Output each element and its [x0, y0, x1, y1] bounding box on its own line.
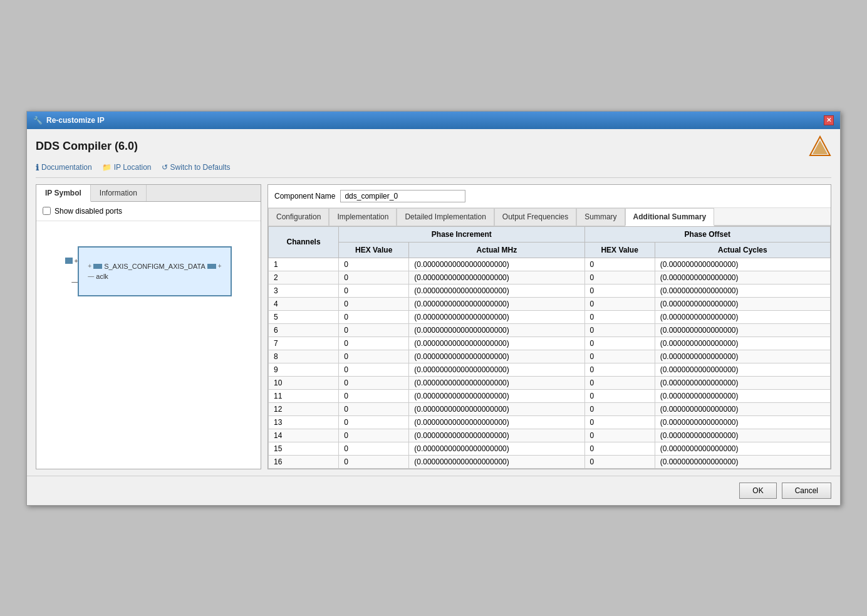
- cell-channel: 15: [269, 442, 339, 455]
- cell-pi-hex: 0: [339, 429, 409, 442]
- cell-pi-hex: 0: [339, 310, 409, 323]
- header-pi-actual: Actual MHz: [409, 242, 584, 258]
- cell-pi-actual: (0.00000000000000000000): [409, 337, 584, 350]
- header-pi-hex: HEX Value: [339, 242, 409, 258]
- port-row-aclk: — aclk: [88, 273, 221, 280]
- cell-po-hex: 0: [584, 389, 655, 402]
- cell-pi-actual: (0.00000000000000000000): [409, 455, 584, 468]
- cell-pi-hex: 0: [339, 389, 409, 402]
- table-row: 6 0 (0.00000000000000000000) 0 (0.000000…: [269, 323, 831, 337]
- cell-pi-actual: (0.00000000000000000000): [409, 429, 584, 442]
- left-connector-s-axis: [93, 264, 102, 269]
- left-panel-tabs: IP Symbol Information: [36, 185, 261, 202]
- cell-channel: 5: [269, 310, 339, 323]
- cell-po-actual: (0.0000000000000000): [655, 297, 830, 310]
- table-row: 8 0 (0.00000000000000000000) 0 (0.000000…: [269, 350, 831, 363]
- left-port-1: +: [65, 258, 78, 264]
- header-phase-increment: Phase Increment: [339, 226, 584, 242]
- title-bar-left: 🔧 Re-customize IP: [33, 116, 105, 125]
- ip-location-link[interactable]: 📁 IP Location: [102, 163, 152, 172]
- cell-channel: 6: [269, 323, 339, 337]
- cell-pi-hex: 0: [339, 376, 409, 389]
- table-row: 4 0 (0.00000000000000000000) 0 (0.000000…: [269, 297, 831, 310]
- cell-channel: 10: [269, 376, 339, 389]
- tab-information[interactable]: Information: [91, 185, 147, 201]
- ip-block: + S_AXIS_CONFIG M_AXIS_DATA +: [78, 246, 231, 296]
- header-po-actual: Actual Cycles: [655, 242, 830, 258]
- content-area: IP Symbol Information Show disabled port…: [36, 184, 831, 469]
- cell-pi-actual: (0.00000000000000000000): [409, 258, 584, 271]
- cell-po-actual: (0.0000000000000000): [655, 455, 830, 468]
- component-name-row: Component Name: [268, 185, 831, 208]
- refresh-icon: ↺: [162, 163, 168, 172]
- header-channels: Channels: [269, 226, 339, 258]
- aclk-label: aclk: [96, 273, 108, 280]
- ok-button[interactable]: OK: [739, 483, 776, 499]
- table-row: 2 0 (0.00000000000000000000) 0 (0.000000…: [269, 271, 831, 284]
- tab-additional-summary[interactable]: Additional Summary: [625, 208, 715, 226]
- right-panel: Component Name Configuration Implementat…: [267, 184, 831, 469]
- cell-channel: 4: [269, 297, 339, 310]
- table-row: 9 0 (0.00000000000000000000) 0 (0.000000…: [269, 363, 831, 376]
- show-disabled-row: Show disabled ports: [36, 202, 261, 221]
- data-table: Channels Phase Increment Phase Offset HE…: [268, 226, 831, 469]
- cell-po-hex: 0: [584, 310, 655, 323]
- port-line-aclk: [69, 271, 78, 272]
- cell-channel: 9: [269, 363, 339, 376]
- table-row: 11 0 (0.00000000000000000000) 0 (0.00000…: [269, 389, 831, 402]
- tab-output-frequencies[interactable]: Output Frequencies: [494, 208, 576, 226]
- cell-po-hex: 0: [584, 415, 655, 429]
- cell-pi-actual: (0.00000000000000000000): [409, 442, 584, 455]
- footer: OK Cancel: [27, 476, 840, 505]
- cell-po-actual: (0.0000000000000000): [655, 323, 830, 337]
- cell-channel: 3: [269, 284, 339, 297]
- title-bar: 🔧 Re-customize IP ✕: [27, 112, 840, 129]
- cell-po-hex: 0: [584, 376, 655, 389]
- table-row: 10 0 (0.00000000000000000000) 0 (0.00000…: [269, 376, 831, 389]
- cell-pi-hex: 0: [339, 337, 409, 350]
- cell-pi-hex: 0: [339, 455, 409, 468]
- app-title-row: DDS Compiler (6.0): [36, 135, 831, 158]
- tab-summary[interactable]: Summary: [576, 208, 625, 226]
- cell-po-actual: (0.0000000000000000): [655, 350, 830, 363]
- cancel-button[interactable]: Cancel: [782, 483, 831, 499]
- cell-pi-hex: 0: [339, 323, 409, 337]
- table-row: 3 0 (0.00000000000000000000) 0 (0.000000…: [269, 284, 831, 297]
- header-po-hex: HEX Value: [584, 242, 655, 258]
- app-title: DDS Compiler (6.0): [36, 140, 138, 153]
- right-panel-tabs: Configuration Implementation Detailed Im…: [268, 208, 831, 226]
- cell-pi-hex: 0: [339, 442, 409, 455]
- port-symbol-left1: [65, 258, 73, 264]
- cell-channel: 14: [269, 429, 339, 442]
- window-title: Re-customize IP: [46, 116, 105, 125]
- ip-symbol-area: + — +: [36, 221, 261, 321]
- tab-detailed-implementation[interactable]: Detailed Implementation: [397, 208, 494, 226]
- cell-po-hex: 0: [584, 337, 655, 350]
- tab-ip-symbol[interactable]: IP Symbol: [36, 185, 91, 202]
- cell-po-hex: 0: [584, 258, 655, 271]
- show-disabled-checkbox[interactable]: [43, 207, 51, 215]
- cell-pi-actual: (0.00000000000000000000): [409, 415, 584, 429]
- main-area: DDS Compiler (6.0) ℹ Documentation 📁 IP …: [27, 129, 840, 476]
- documentation-link[interactable]: ℹ Documentation: [36, 163, 92, 172]
- cell-po-actual: (0.0000000000000000): [655, 429, 830, 442]
- cell-po-actual: (0.0000000000000000): [655, 284, 830, 297]
- cell-pi-hex: 0: [339, 363, 409, 376]
- cell-channel: 8: [269, 350, 339, 363]
- m-axis-data-label: M_AXIS_DATA: [159, 263, 205, 270]
- table-row: 1 0 (0.00000000000000000000) 0 (0.000000…: [269, 258, 831, 271]
- switch-to-defaults-label: Switch to Defaults: [170, 163, 231, 172]
- right-connector-m-axis: [207, 264, 216, 269]
- tab-configuration[interactable]: Configuration: [268, 208, 329, 226]
- close-button[interactable]: ✕: [824, 115, 834, 125]
- tab-implementation[interactable]: Implementation: [329, 208, 397, 226]
- folder-icon: 📁: [102, 163, 112, 172]
- cell-po-actual: (0.0000000000000000): [655, 258, 830, 271]
- cell-po-actual: (0.0000000000000000): [655, 337, 830, 350]
- component-name-input[interactable]: [340, 190, 465, 202]
- toolbar: ℹ Documentation 📁 IP Location ↺ Switch t…: [36, 163, 831, 178]
- switch-to-defaults-link[interactable]: ↺ Switch to Defaults: [162, 163, 231, 172]
- cell-po-hex: 0: [584, 297, 655, 310]
- cell-po-hex: 0: [584, 350, 655, 363]
- component-name-label: Component Name: [274, 192, 335, 201]
